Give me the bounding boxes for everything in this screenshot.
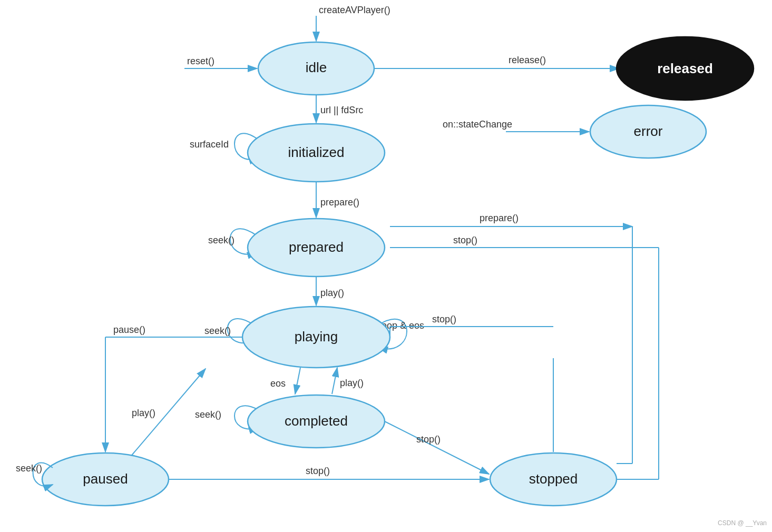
label-release: release() [509,55,546,65]
label-pause: pause() [113,324,145,335]
watermark: CSDN @ __Yvan [718,519,767,527]
label-play-paused: play() [132,408,155,418]
label-seek-completed: seek() [195,409,221,420]
state-stopped-label: stopped [529,471,578,487]
state-released-label: released [657,61,713,76]
label-seek-playing: seek() [204,326,231,336]
label-prepare-stopped: prepare() [480,213,519,223]
label-url: url || fdSrc [320,105,363,115]
state-playing-label: playing [295,329,338,344]
label-seek-paused: seek() [16,463,42,474]
label-eos: eos [270,378,286,389]
state-prepared-label: prepared [289,239,344,255]
label-play-completed: play() [340,378,364,388]
arrow-eos-playing-to-completed [295,368,300,394]
state-paused-label: paused [83,471,128,487]
label-reset: reset() [187,56,214,66]
label-stop-paused: stop() [306,466,330,476]
arrow-play-completed-to-playing [332,368,337,394]
state-idle-label: idle [306,60,327,75]
state-error-label: error [634,123,663,139]
label-createAVPlayer: createAVPlayer() [319,5,390,15]
label-stop-playing2: stop() [432,314,456,324]
label-stop-completed: stop() [416,434,441,445]
label-surfaceId: surfaceId [190,139,229,150]
label-stop-playing: stop() [453,235,477,245]
state-initialized-label: initialized [288,144,345,160]
label-prepare1: prepare() [320,197,359,208]
state-completed-label: completed [285,413,348,429]
label-seek-prepared: seek() [208,235,234,245]
label-play1: play() [320,288,344,298]
label-statechange: on::stateChange [443,119,512,130]
arrow-stop-completed-to-stopped [385,421,489,474]
